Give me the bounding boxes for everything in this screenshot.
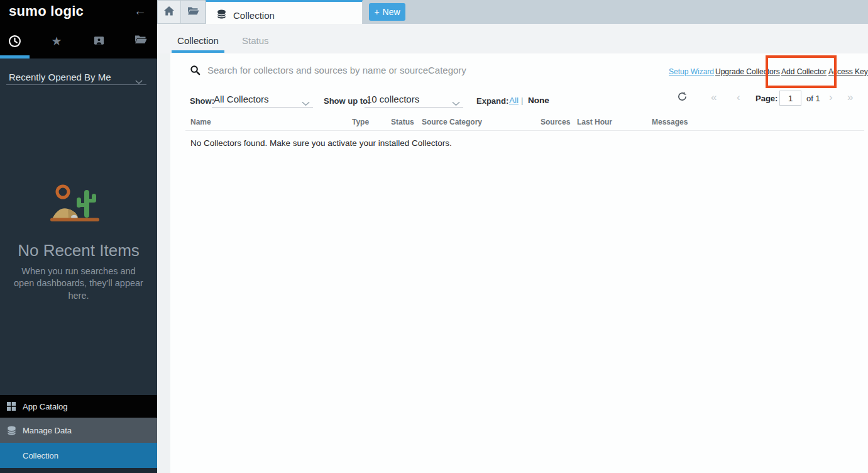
refresh-icon bbox=[678, 92, 687, 103]
pagination-last-button[interactable]: » bbox=[847, 91, 853, 104]
dropdown-underline bbox=[6, 84, 146, 85]
folder-open-icon bbox=[187, 6, 199, 18]
limit-filter-dropdown[interactable]: 10 collectors bbox=[365, 91, 463, 108]
menu-label: Collection bbox=[23, 451, 58, 460]
menu-item-app-catalog[interactable]: App Catalog bbox=[0, 395, 157, 418]
search-input[interactable] bbox=[207, 61, 559, 79]
sidebar-header: sumo logic ← ★ bbox=[0, 0, 157, 58]
expand-none-link[interactable]: None bbox=[528, 96, 549, 105]
sidebar-tab-recents[interactable] bbox=[7, 35, 22, 50]
separator: | bbox=[521, 96, 523, 105]
column-header-source-category[interactable]: Source Category bbox=[422, 118, 482, 126]
plus-icon: + bbox=[374, 7, 379, 17]
expand-label: Expand: bbox=[476, 96, 508, 106]
tab-label: Collection bbox=[233, 10, 275, 21]
annotation-highlight-box bbox=[766, 55, 837, 88]
active-tab-indicator bbox=[0, 55, 30, 58]
subtab-status[interactable]: Status bbox=[242, 35, 269, 46]
refresh-button[interactable] bbox=[678, 92, 689, 103]
limit-filter-label: Show up to: bbox=[324, 96, 370, 106]
grid-icon bbox=[6, 401, 17, 411]
desert-illustration bbox=[47, 182, 110, 228]
home-icon bbox=[163, 6, 175, 19]
pagination-next-button[interactable]: › bbox=[829, 91, 833, 104]
column-header-messages[interactable]: Messages bbox=[652, 118, 688, 126]
app-logo: sumo logic bbox=[9, 3, 84, 19]
folder-open-icon bbox=[135, 35, 147, 50]
show-filter-dropdown[interactable]: All Collectors bbox=[212, 91, 313, 108]
folder-tab-button[interactable] bbox=[181, 0, 206, 24]
sidebar: sumo logic ← ★ Recently Opened By Me bbox=[0, 0, 157, 473]
menu-divider-strip bbox=[0, 468, 157, 473]
link-setup-wizard[interactable]: Setup Wizard bbox=[669, 67, 714, 76]
show-filter-value: All Collectors bbox=[214, 94, 269, 104]
pagination-first-button[interactable]: « bbox=[711, 91, 717, 104]
sidebar-tab-favorites[interactable]: ★ bbox=[49, 35, 64, 50]
page-input[interactable] bbox=[779, 91, 801, 106]
recent-filter-label: Recently Opened By Me bbox=[9, 72, 111, 82]
sidebar-tab-folders[interactable] bbox=[133, 35, 148, 50]
search-icon bbox=[190, 65, 201, 78]
content-gutter bbox=[157, 53, 170, 473]
limit-filter-value: 10 collectors bbox=[366, 94, 419, 104]
clock-icon bbox=[8, 35, 21, 50]
subtab-collection[interactable]: Collection bbox=[172, 35, 224, 46]
recent-filter-dropdown[interactable]: Recently Opened By Me bbox=[0, 68, 157, 86]
sun-icon bbox=[57, 186, 69, 198]
collection-panel: Setup Wizard Upgrade Collectors Add Coll… bbox=[170, 53, 868, 473]
column-header-last-hour[interactable]: Last Hour bbox=[577, 118, 612, 126]
new-button-label: New bbox=[383, 7, 400, 17]
column-header-sources[interactable]: Sources bbox=[541, 118, 570, 126]
database-icon bbox=[6, 425, 17, 436]
table-header-divider bbox=[185, 130, 864, 131]
subtab-active-underline bbox=[172, 50, 224, 53]
menu-label: Manage Data bbox=[23, 426, 72, 435]
new-button[interactable]: + New bbox=[369, 3, 405, 21]
subtab-row: Collection Status bbox=[157, 24, 868, 53]
column-header-name[interactable]: Name bbox=[190, 118, 211, 126]
chevron-down-icon bbox=[302, 97, 310, 109]
menu-label: App Catalog bbox=[23, 402, 68, 411]
sidebar-empty-description: When you run searches and open dashboard… bbox=[12, 265, 145, 302]
home-tab-button[interactable] bbox=[157, 0, 181, 24]
chevron-down-icon bbox=[452, 97, 460, 109]
expand-all-link[interactable]: All bbox=[509, 96, 519, 105]
menu-item-manage-data[interactable]: Manage Data bbox=[0, 418, 157, 443]
sidebar-tab-library[interactable] bbox=[91, 35, 106, 50]
column-header-status[interactable]: Status bbox=[391, 118, 414, 126]
database-icon bbox=[216, 9, 227, 22]
pagination-prev-button[interactable]: ‹ bbox=[737, 91, 740, 104]
page-total-label: of 1 bbox=[806, 94, 820, 103]
column-header-type[interactable]: Type bbox=[352, 118, 369, 126]
table-empty-message: No Collectors found. Make sure you activ… bbox=[190, 138, 452, 148]
sidebar-empty-title: No Recent Items bbox=[0, 241, 157, 260]
chevron-down-icon bbox=[135, 75, 143, 87]
menu-item-collection[interactable]: Collection bbox=[0, 443, 157, 468]
star-icon: ★ bbox=[51, 35, 62, 50]
collapse-sidebar-icon[interactable]: ← bbox=[134, 4, 146, 18]
library-icon bbox=[93, 35, 105, 50]
show-filter-label: Show: bbox=[190, 96, 214, 106]
page-label: Page: bbox=[755, 94, 777, 103]
